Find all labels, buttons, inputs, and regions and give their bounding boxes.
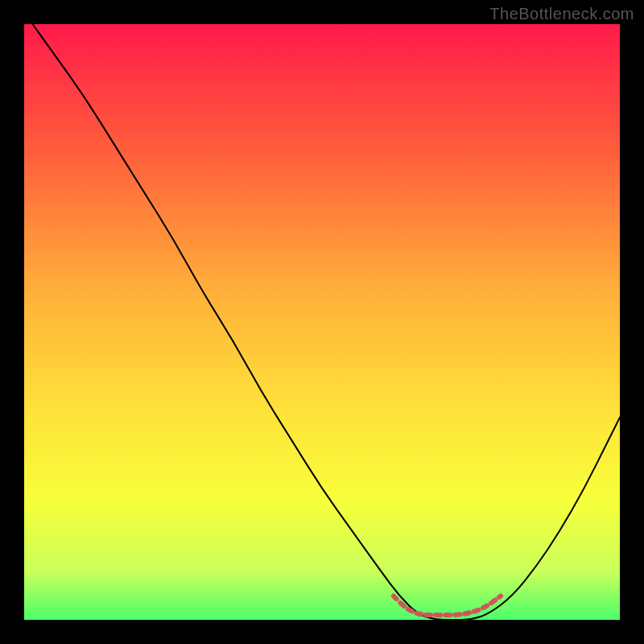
chart-frame: TheBottleneck.com <box>0 0 644 644</box>
chart-svg <box>24 24 620 620</box>
gradient-background <box>24 24 620 620</box>
watermark-text: TheBottleneck.com <box>489 5 634 23</box>
chart-plot-area <box>24 24 620 620</box>
